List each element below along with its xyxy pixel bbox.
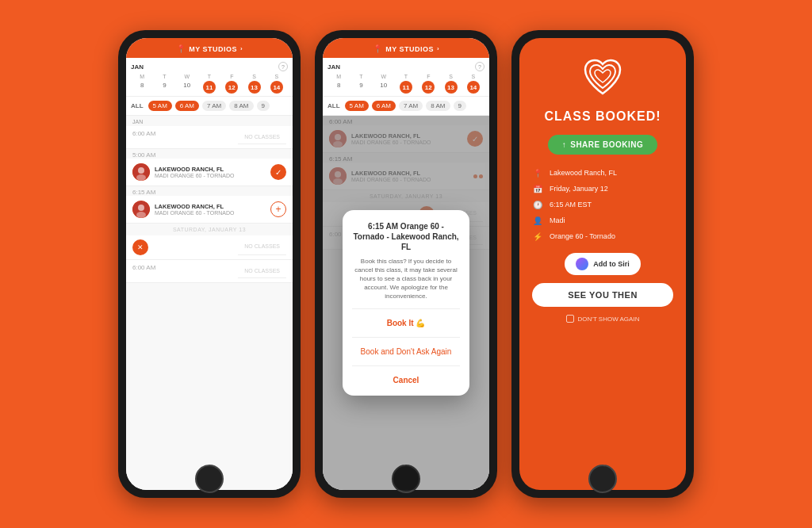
friday-label: JAN xyxy=(126,116,293,126)
help-icon-2[interactable]: ? xyxy=(475,62,485,71)
600am-row: 6:00 AM NO CLASSES xyxy=(126,126,293,149)
heart-icon xyxy=(579,54,626,101)
booked-screen: CLASS BOOKED! ↑ SHARE BOOKING 📍 Lakewood… xyxy=(519,38,686,490)
class-plus-2[interactable]: + xyxy=(270,201,286,217)
class-list: JAN 6:00 AM NO CLASSES 5:00 AM LAKEWOOD … xyxy=(126,116,293,490)
modal-body: Book this class? If you decide to cancel… xyxy=(352,257,460,301)
help-icon[interactable]: ? xyxy=(278,62,288,71)
share-icon: ↑ xyxy=(562,140,567,149)
filter-6am-2[interactable]: 6 AM xyxy=(372,101,396,111)
phone-home-button[interactable] xyxy=(195,465,224,493)
cancel-button[interactable]: ✕ xyxy=(132,239,148,255)
booking-details: 📍 Lakewood Ranch, FL 📅 Friday, January 1… xyxy=(532,167,673,242)
pin-icon: 📍 xyxy=(176,44,186,53)
filter-8am-2[interactable]: 8 AM xyxy=(426,101,450,111)
calendar-icon: 📅 xyxy=(532,183,543,194)
person-icon: 👤 xyxy=(532,215,543,226)
header-label: MY STUDIOS xyxy=(189,45,237,53)
615am-label: 6:15 AM xyxy=(126,186,293,196)
class-check-1[interactable]: ✓ xyxy=(270,164,286,180)
cal-days-2: 8 9 10 11 12 13 14 xyxy=(327,81,485,94)
class-item-1[interactable]: LAKEWOOD RANCH, FL Madi ORANGE 60 - TORN… xyxy=(126,159,293,186)
filter-6am[interactable]: 6 AM xyxy=(175,101,199,111)
detail-time: 🕐 6:15 AM EST xyxy=(532,199,673,210)
schedule-screen: 📍 MY STUDIOS › JAN ? MTWTFSS 8 9 10 11 1… xyxy=(126,38,293,490)
detail-location: 📍 Lakewood Ranch, FL xyxy=(532,167,673,178)
class-info-1: LAKEWOOD RANCH, FL Madi ORANGE 60 - TORN… xyxy=(155,166,266,178)
dont-show-label: DON'T SHOW AGAIN xyxy=(578,316,640,323)
sat-500am-row: ✕ NO CLASSES xyxy=(126,235,293,260)
detail-date: 📅 Friday, January 12 xyxy=(532,183,673,194)
detail-instructor: 👤 Madi xyxy=(532,215,673,226)
class-item-2[interactable]: LAKEWOOD RANCH, FL Madi ORANGE 60 - TORN… xyxy=(126,196,293,224)
phone-1-screen: 📍 MY STUDIOS › JAN ? MTWTFSS 8 9 10 11 1… xyxy=(126,38,293,490)
calendar: JAN ? MTWTFSS 8 9 10 11 12 13 14 xyxy=(126,58,293,97)
studio-icon: ⚡ xyxy=(532,231,543,242)
modal-overlay: 6:15 AM Orange 60 - Tornado - Lakewood R… xyxy=(323,116,489,490)
filter-5am[interactable]: 5 AM xyxy=(148,101,172,111)
dont-show-row: DON'T SHOW AGAIN xyxy=(566,315,640,323)
modal-divider-1 xyxy=(352,308,460,309)
time-filter-2: ALL 5 AM 6 AM 7 AM 8 AM 9 xyxy=(323,97,489,116)
pin-icon-2: 📍 xyxy=(373,44,383,53)
booked-title: CLASS BOOKED! xyxy=(544,109,661,124)
detail-studio-text: Orange 60 - Tornado xyxy=(550,232,615,240)
header-label-2: MY STUDIOS xyxy=(385,45,434,53)
schedule-screen-2: 📍 MY STUDIOS › JAN ? MTWTFSS 8 9 10 11 1… xyxy=(323,38,489,490)
detail-date-text: Friday, January 12 xyxy=(550,185,608,193)
filter-7am[interactable]: 7 AM xyxy=(202,101,226,111)
filter-5am-2[interactable]: 5 AM xyxy=(345,101,369,111)
booking-modal: 6:15 AM Orange 60 - Tornado - Lakewood R… xyxy=(343,210,469,396)
cal-month: JAN xyxy=(131,63,144,71)
no-classes-label: NO CLASSES xyxy=(238,130,286,144)
filter-8am[interactable]: 8 AM xyxy=(229,101,253,111)
calendar-2: JAN ? MTWTFSS 8 9 10 11 12 13 14 xyxy=(323,58,489,97)
header-bar-2[interactable]: 📍 MY STUDIOS › xyxy=(323,38,489,58)
siri-label: Add to Siri xyxy=(593,260,630,268)
header-bar[interactable]: 📍 MY STUDIOS › xyxy=(126,38,293,58)
clock-icon: 🕐 xyxy=(532,199,543,210)
filter-all-2[interactable]: ALL xyxy=(327,102,340,109)
see-you-then-button[interactable]: SEE YOU THEN xyxy=(532,283,673,307)
svg-point-1 xyxy=(138,167,144,174)
dont-show-checkbox[interactable] xyxy=(566,315,574,323)
book-no-ask-button[interactable]: Book and Don't Ask Again xyxy=(352,342,460,361)
cal-days: 8 9 10 11 12 13 14 xyxy=(131,81,288,94)
phone-2: 📍 MY STUDIOS › JAN ? MTWTFSS 8 9 10 11 1… xyxy=(315,30,497,498)
share-booking-button[interactable]: ↑ SHARE BOOKING xyxy=(548,135,658,155)
class-info-2: LAKEWOOD RANCH, FL Madi ORANGE 60 - TORN… xyxy=(155,203,266,216)
detail-instructor-text: Madi xyxy=(550,216,565,224)
modal-divider-2 xyxy=(352,337,460,338)
filter-7am-2[interactable]: 7 AM xyxy=(399,101,423,111)
saturday-label: SATURDAY, JANUARY 13 xyxy=(126,224,293,235)
siri-logo xyxy=(576,258,588,270)
modal-divider-3 xyxy=(352,365,460,366)
class-location-2: LAKEWOOD RANCH, FL xyxy=(155,203,266,210)
header-chevron: › xyxy=(240,45,243,52)
svg-point-5 xyxy=(136,212,146,218)
phone-3-home-button[interactable] xyxy=(588,465,617,493)
class-sub-2: Madi ORANGE 60 - TORNADO xyxy=(155,210,266,216)
detail-time-text: 6:15 AM EST xyxy=(550,201,592,209)
modal-title: 6:15 AM Orange 60 - Tornado - Lakewood R… xyxy=(352,221,460,252)
header-chevron-2: › xyxy=(437,45,439,52)
avatar-1 xyxy=(132,163,150,181)
class-list-2: 6:00 AM LAKEWOOD RANCH, FL Madi ORANGE 6… xyxy=(323,116,489,490)
class-sub-1: Madi ORANGE 60 - TORNADO xyxy=(155,173,266,178)
time-filter: ALL 5 AM 6 AM 7 AM 8 AM 9 xyxy=(126,97,293,116)
svg-point-4 xyxy=(138,205,144,211)
location-icon: 📍 xyxy=(532,167,543,178)
phone-3-screen: CLASS BOOKED! ↑ SHARE BOOKING 📍 Lakewood… xyxy=(519,38,686,490)
sat-no-classes-2: NO CLASSES xyxy=(238,264,286,278)
add-to-siri-button[interactable]: Add to Siri xyxy=(565,253,641,275)
detail-studio: ⚡ Orange 60 - Tornado xyxy=(532,231,673,242)
filter-9-2[interactable]: 9 xyxy=(454,101,466,111)
cal-days-header: MTWTFSS xyxy=(131,74,288,79)
book-it-button[interactable]: Book It 💪 xyxy=(352,314,460,332)
sat-600am-row: 6:00 AM NO CLASSES xyxy=(126,260,293,283)
cancel-modal-button[interactable]: Cancel xyxy=(352,371,460,389)
filter-9[interactable]: 9 xyxy=(257,101,270,111)
cal-month-2: JAN xyxy=(327,63,340,71)
filter-all[interactable]: ALL xyxy=(131,102,144,109)
phone-3: CLASS BOOKED! ↑ SHARE BOOKING 📍 Lakewood… xyxy=(511,30,694,498)
